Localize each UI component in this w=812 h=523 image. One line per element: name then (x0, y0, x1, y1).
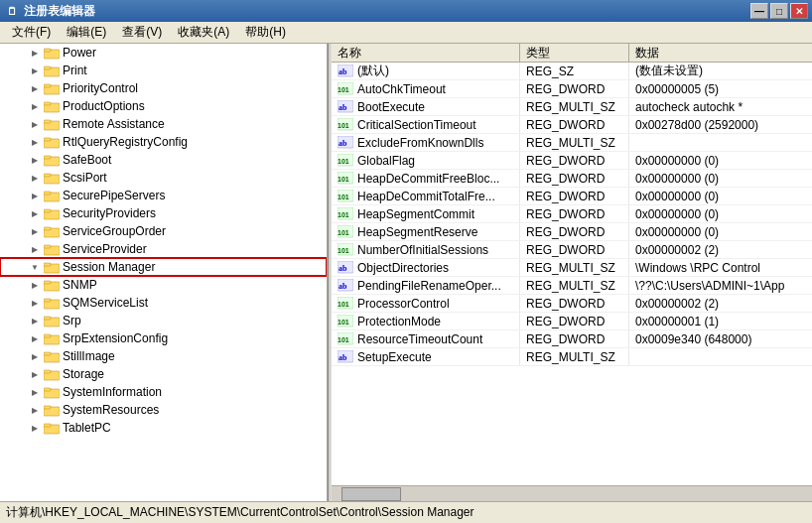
tree-item[interactable]: ▶ TabletPC (0, 419, 327, 437)
reg-type-cell: REG_DWORD (520, 295, 629, 312)
tree-item[interactable]: ▶ PriorityControl (0, 79, 327, 97)
svg-text:101: 101 (338, 247, 349, 254)
tree-panel: ▶ Power▶ Print▶ PriorityControl▶ Product… (0, 44, 328, 501)
tree-label: RtlQueryRegistryConfig (63, 135, 188, 149)
hscroll-thumb[interactable] (341, 487, 401, 501)
svg-text:101: 101 (338, 86, 349, 93)
svg-text:ab: ab (338, 139, 347, 148)
tree-item[interactable]: ▶ SecurePipeServers (0, 187, 327, 204)
registry-row[interactable]: 101 ResourceTimeoutCountREG_DWORD0x0009e… (332, 330, 812, 348)
registry-row[interactable]: ab PendingFileRenameOper...REG_MULTI_SZ\… (332, 277, 812, 295)
registry-scroll[interactable]: ab (默认)REG_SZ(数值未设置) 101 AutoChkTimeoutR… (332, 63, 812, 485)
reg-name-cell: 101 NumberOfInitialSessions (332, 241, 520, 258)
reg-name-cell: 101 GlobalFlag (332, 152, 520, 169)
tree-item[interactable]: ▶ Storage (0, 365, 327, 383)
tree-item[interactable]: ▶ Print (0, 62, 327, 79)
status-bar: 计算机\HKEY_LOCAL_MACHINE\SYSTEM\CurrentCon… (0, 501, 812, 523)
tree-label: ProductOptions (63, 99, 145, 113)
registry-row[interactable]: 101 HeapDeCommitFreeBloc...REG_DWORD0x00… (332, 170, 812, 188)
registry-row[interactable]: 101 NumberOfInitialSessionsREG_DWORD0x00… (332, 241, 812, 259)
registry-row[interactable]: 101 CriticalSectionTimeoutREG_DWORD0x002… (332, 116, 812, 134)
registry-row[interactable]: ab BootExecuteREG_MULTI_SZautocheck auto… (332, 98, 812, 116)
reg-name-value: CriticalSectionTimeout (357, 118, 476, 132)
tree-item[interactable]: ▶ SystemResources (0, 401, 327, 419)
titlebar-buttons: — □ ✕ (750, 3, 808, 19)
menu-help[interactable]: 帮助(H) (237, 22, 294, 43)
tree-item[interactable]: ▶ SNMP (0, 276, 327, 294)
reg-name-value: BootExecute (357, 100, 425, 114)
tree-item[interactable]: ▶ ServiceGroupOrder (0, 222, 327, 240)
main-content: ▶ Power▶ Print▶ PriorityControl▶ Product… (0, 44, 812, 501)
tree-item[interactable]: ▶ SecurityProviders (0, 204, 327, 222)
maximize-button[interactable]: □ (770, 3, 788, 19)
svg-text:101: 101 (338, 229, 349, 236)
tree-item[interactable]: ▼ Session Manager (0, 258, 327, 276)
horizontal-scrollbar[interactable] (332, 485, 812, 501)
registry-row[interactable]: 101 GlobalFlagREG_DWORD0x00000000 (0) (332, 152, 812, 170)
reg-type-cell: REG_DWORD (520, 330, 629, 347)
menu-file[interactable]: 文件(F) (4, 22, 59, 43)
registry-row[interactable]: ab SetupExecuteREG_MULTI_SZ (332, 348, 812, 366)
col-header-data[interactable]: 数据 (629, 44, 812, 62)
svg-rect-23 (44, 245, 51, 248)
reg-name-cell: ab PendingFileRenameOper... (332, 277, 520, 294)
tree-label: ServiceProvider (63, 242, 147, 256)
menu-edit[interactable]: 编辑(E) (59, 22, 114, 43)
svg-text:101: 101 (338, 319, 349, 326)
tree-label: Session Manager (63, 260, 155, 274)
svg-text:ab: ab (338, 282, 347, 291)
tree-label: SecurePipeServers (63, 189, 165, 202)
tree-item[interactable]: ▶ SQMServiceList (0, 294, 327, 312)
registry-row[interactable]: ab (默认)REG_SZ(数值未设置) (332, 63, 812, 80)
menu-view[interactable]: 查看(V) (114, 22, 170, 43)
window-icon: 🗒 (4, 3, 20, 19)
tree-scroll[interactable]: ▶ Power▶ Print▶ PriorityControl▶ Product… (0, 44, 327, 501)
tree-item[interactable]: ▶ ServiceProvider (0, 240, 327, 258)
reg-type-icon: ab (338, 349, 353, 365)
registry-row[interactable]: 101 ProcessorControlREG_DWORD0x00000002 … (332, 295, 812, 313)
tree-label: SrpExtensionConfig (63, 331, 168, 345)
registry-row[interactable]: ab ObjectDirectoriesREG_MULTI_SZ\Windows… (332, 259, 812, 277)
registry-row[interactable]: 101 ProtectionModeREG_DWORD0x00000001 (1… (332, 313, 812, 330)
tree-item[interactable]: ▶ StillImage (0, 347, 327, 365)
reg-name-value: HeapSegmentCommit (357, 207, 474, 221)
svg-rect-25 (44, 263, 51, 266)
menu-favorites[interactable]: 收藏夹(A) (170, 22, 237, 43)
tree-item[interactable]: ▶ RtlQueryRegistryConfig (0, 133, 327, 151)
tree-item[interactable]: ▶ SystemInformation (0, 383, 327, 401)
reg-type-icon: ab (338, 64, 353, 79)
reg-type-cell: REG_DWORD (520, 223, 629, 240)
reg-type-icon: 101 (338, 81, 353, 97)
reg-name-cell: ab ExcludeFromKnownDlls (332, 134, 520, 151)
col-header-name[interactable]: 名称 (332, 44, 520, 62)
reg-name-cell: ab BootExecute (332, 98, 520, 115)
svg-rect-29 (44, 299, 51, 302)
svg-rect-27 (44, 281, 51, 284)
tree-item[interactable]: ▶ ScsiPort (0, 169, 327, 187)
svg-rect-3 (44, 66, 51, 69)
svg-text:101: 101 (338, 336, 349, 343)
reg-type-icon: 101 (338, 153, 353, 169)
registry-row[interactable]: ab ExcludeFromKnownDllsREG_MULTI_SZ (332, 134, 812, 152)
reg-name-cell: 101 HeapDeCommitTotalFre... (332, 188, 520, 204)
registry-row[interactable]: 101 HeapSegmentReserveREG_DWORD0x0000000… (332, 223, 812, 241)
svg-rect-11 (44, 138, 51, 141)
registry-row[interactable]: 101 AutoChkTimeoutREG_DWORD0x00000005 (5… (332, 80, 812, 98)
reg-name-value: ProtectionMode (357, 315, 441, 328)
tree-item[interactable]: ▶ Srp (0, 312, 327, 329)
minimize-button[interactable]: — (750, 3, 768, 19)
col-header-type[interactable]: 类型 (520, 44, 629, 62)
status-text: 计算机\HKEY_LOCAL_MACHINE\SYSTEM\CurrentCon… (6, 504, 474, 521)
registry-row[interactable]: 101 HeapDeCommitTotalFre...REG_DWORD0x00… (332, 188, 812, 205)
title-bar: 🗒 注册表编辑器 — □ ✕ (0, 0, 812, 22)
svg-text:101: 101 (338, 194, 349, 200)
svg-text:101: 101 (338, 176, 349, 183)
tree-item[interactable]: ▶ ProductOptions (0, 97, 327, 115)
registry-row[interactable]: 101 HeapSegmentCommitREG_DWORD0x00000000… (332, 205, 812, 223)
tree-item[interactable]: ▶ SrpExtensionConfig (0, 329, 327, 347)
tree-item[interactable]: ▶ Remote Assistance (0, 115, 327, 133)
close-button[interactable]: ✕ (790, 3, 808, 19)
svg-rect-19 (44, 209, 51, 212)
tree-item[interactable]: ▶ SafeBoot (0, 151, 327, 169)
tree-item[interactable]: ▶ Power (0, 44, 327, 62)
